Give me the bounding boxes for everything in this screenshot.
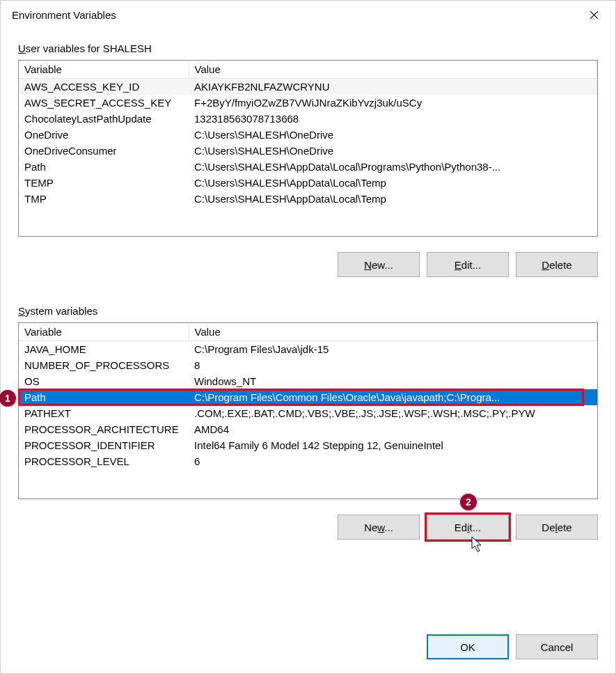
cell-value: C:\Users\SHALESH\OneDrive [189,143,597,159]
table-row[interactable]: OSWindows_NT [19,373,597,389]
cell-value: 8 [189,357,597,373]
system-variables-table: Variable Value JAVA_HOMEC:\Program Files… [19,323,597,469]
cell-value: C:\Users\SHALESH\AppData\Local\Programs\… [189,159,597,175]
col-header-value[interactable]: Value [189,323,597,341]
table-row[interactable]: PROCESSOR_LEVEL6 [19,453,597,469]
user-buttons-row: New... Edit... Delete [18,252,598,277]
cell-variable: ChocolateyLastPathUpdate [19,111,189,127]
system-buttons-row: New... Edit... Delete [18,515,598,540]
cell-variable: TEMP [19,175,189,191]
cancel-button[interactable]: Cancel [516,634,598,659]
cell-value: C:\Users\SHALESH\AppData\Local\Temp [189,191,597,207]
user-edit-button[interactable]: Edit... [427,252,509,277]
dialog-title: Environment Variables [12,9,116,21]
user-variables-table-wrap: Variable Value AWS_ACCESS_KEY_IDAKIAYKFB… [18,60,598,237]
cell-variable: PROCESSOR_IDENTIFIER [19,437,189,453]
cell-variable: PATHEXT [19,405,189,421]
system-new-button[interactable]: New... [338,515,420,540]
ok-button[interactable]: OK [427,634,509,659]
system-variables-group: System variables Variable Value JAVA_HOM… [18,305,598,540]
dialog-content: User variables for SHALESH Variable Valu… [1,29,615,547]
user-variables-label: User variables for SHALESH [18,42,152,54]
system-delete-button[interactable]: Delete [516,515,598,540]
cell-value: C:\Users\SHALESH\AppData\Local\Temp [189,175,597,191]
cell-variable: AWS_ACCESS_KEY_ID [19,79,189,95]
footer-buttons: OK Cancel [427,634,598,659]
cell-variable: PROCESSOR_ARCHITECTURE [19,421,189,437]
cell-value: AKIAYKFB2NLFAZWCRYNU [189,79,597,95]
cell-variable: PROCESSOR_LEVEL [19,453,189,469]
table-row[interactable]: AWS_SECRET_ACCESS_KEYF+2ByY/fmyiOZwZB7VW… [19,95,597,111]
system-variables-table-wrap: Variable Value JAVA_HOMEC:\Program Files… [18,322,598,499]
cell-value: AMD64 [189,421,597,437]
cell-variable: OS [19,373,189,389]
col-header-value[interactable]: Value [189,61,597,79]
table-row[interactable]: AWS_ACCESS_KEY_IDAKIAYKFB2NLFAZWCRYNU [19,79,597,95]
col-header-variable[interactable]: Variable [19,323,189,341]
cell-variable: TMP [19,191,189,207]
titlebar: Environment Variables [1,1,615,29]
user-delete-button[interactable]: Delete [516,252,598,277]
table-row[interactable]: PathC:\Program Files\Common Files\Oracle… [19,389,597,405]
cell-value: 132318563078713668 [189,111,597,127]
cell-value: C:\Users\SHALESH\OneDrive [189,127,597,143]
user-variables-group: User variables for SHALESH Variable Valu… [18,42,598,277]
table-row[interactable]: PROCESSOR_ARCHITECTUREAMD64 [19,421,597,437]
close-icon [590,10,599,19]
cell-value: 6 [189,453,597,469]
table-row[interactable]: ChocolateyLastPathUpdate1323185630787136… [19,111,597,127]
close-button[interactable] [578,3,610,26]
cell-variable: Path [19,389,189,405]
col-header-variable[interactable]: Variable [19,61,189,79]
user-new-button[interactable]: New... [338,252,420,277]
system-variables-label: System variables [18,305,97,317]
table-row[interactable]: OneDriveC:\Users\SHALESH\OneDrive [19,127,597,143]
table-row[interactable]: NUMBER_OF_PROCESSORS8 [19,357,597,373]
table-row[interactable]: PROCESSOR_IDENTIFIERIntel64 Family 6 Mod… [19,437,597,453]
cell-value: Windows_NT [189,373,597,389]
user-variables-scroll[interactable]: Variable Value AWS_ACCESS_KEY_IDAKIAYKFB… [19,61,597,236]
environment-variables-dialog: Environment Variables User variables for… [0,0,616,674]
cell-variable: OneDrive [19,127,189,143]
annotation-callout-2: 2 [459,493,477,511]
cell-variable: NUMBER_OF_PROCESSORS [19,357,189,373]
table-row[interactable]: PATHEXT.COM;.EXE;.BAT;.CMD;.VBS;.VBE;.JS… [19,405,597,421]
cell-value: .COM;.EXE;.BAT;.CMD;.VBS;.VBE;.JS;.JSE;.… [189,405,597,421]
system-edit-button[interactable]: Edit... [427,515,509,540]
cell-value: C:\Program Files\Java\jdk-15 [189,341,597,358]
table-row[interactable]: PathC:\Users\SHALESH\AppData\Local\Progr… [19,159,597,175]
system-variables-scroll[interactable]: Variable Value JAVA_HOMEC:\Program Files… [19,323,597,499]
table-row[interactable]: TEMPC:\Users\SHALESH\AppData\Local\Temp [19,175,597,191]
cell-variable: JAVA_HOME [19,341,189,358]
table-row[interactable]: OneDriveConsumerC:\Users\SHALESH\OneDriv… [19,143,597,159]
annotation-callout-1: 1 [0,389,17,407]
table-row[interactable]: TMPC:\Users\SHALESH\AppData\Local\Temp [19,191,597,207]
cell-value: F+2ByY/fmyiOZwZB7VWiJNraZKibYvzj3uk/uSCy [189,95,597,111]
cell-value: C:\Program Files\Common Files\Oracle\Jav… [189,389,597,405]
cell-value: Intel64 Family 6 Model 142 Stepping 12, … [189,437,597,453]
table-row[interactable]: JAVA_HOMEC:\Program Files\Java\jdk-15 [19,341,597,358]
cell-variable: OneDriveConsumer [19,143,189,159]
cell-variable: Path [19,159,189,175]
cell-variable: AWS_SECRET_ACCESS_KEY [19,95,189,111]
user-variables-table: Variable Value AWS_ACCESS_KEY_IDAKIAYKFB… [19,61,597,207]
